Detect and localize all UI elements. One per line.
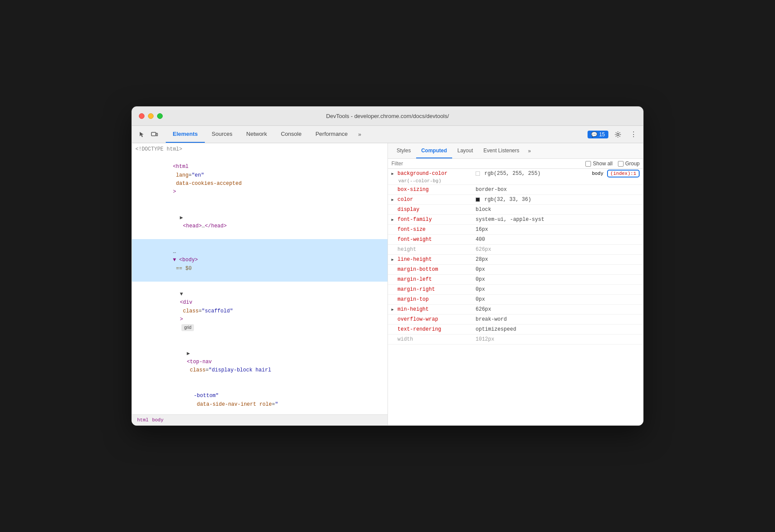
computed-row[interactable]: margin-left 0px — [388, 275, 643, 284]
prop-value: 0px — [476, 286, 640, 292]
prop-name: margin-left — [397, 276, 476, 282]
tab-performance[interactable]: Performance — [309, 126, 355, 143]
prop-name: display — [397, 207, 476, 213]
prop-name: margin-right — [397, 286, 476, 292]
color-swatch — [476, 197, 480, 202]
device-toggle-icon[interactable] — [148, 128, 161, 141]
body-label: body — [585, 171, 603, 176]
tab-event-listeners[interactable]: Event Listeners — [478, 143, 525, 158]
computed-list: ▶ background-color rgb(255, 255, 255) bo… — [388, 169, 643, 425]
issues-icon: 💬 — [591, 131, 598, 138]
group-checkbox[interactable]: Group — [618, 161, 640, 167]
tab-elements[interactable]: Elements — [166, 126, 205, 143]
computed-row[interactable]: ▶ line-height 28px — [388, 255, 643, 264]
computed-row[interactable]: margin-top 0px — [388, 295, 643, 304]
dom-line[interactable]: ▶ <head>…</head> — [132, 205, 388, 239]
computed-property-width: width 1012px — [388, 335, 643, 345]
prop-name: line-height — [397, 256, 476, 263]
prop-arrow: ▶ — [391, 217, 396, 222]
computed-row[interactable]: width 1012px — [388, 335, 643, 344]
computed-property-overflow-wrap: overflow-wrap break-word — [388, 315, 643, 325]
computed-row[interactable]: ▶ color rgb(32, 33, 36) — [388, 195, 643, 204]
styles-panel: Styles Computed Layout Event Listeners » — [388, 143, 643, 425]
prop-arrow: ▶ — [391, 257, 396, 262]
prop-arrow — [391, 277, 396, 282]
more-style-tabs-button[interactable]: » — [525, 143, 535, 158]
dom-line[interactable]: ▶ <top-nav class="display-block hairl — [132, 341, 388, 383]
prop-value: system-ui, -apple-syst — [476, 217, 640, 223]
tab-console[interactable]: Console — [274, 126, 309, 143]
maximize-button[interactable] — [157, 113, 163, 119]
more-tabs-button[interactable]: » — [355, 126, 365, 143]
prop-name: box-sizing — [397, 187, 476, 193]
computed-property-margin-top: margin-top 0px — [388, 295, 643, 305]
prop-name: color — [397, 197, 476, 203]
computed-row[interactable]: font-weight 400 — [388, 235, 643, 244]
prop-value: block — [476, 207, 640, 213]
source-link[interactable]: (index):1 — [607, 170, 640, 177]
prop-value: break-word — [476, 316, 640, 322]
devtools-window: DevTools - developer.chrome.com/docs/dev… — [131, 106, 644, 426]
devtools-toolbar: Elements Sources Network Console Perform… — [132, 126, 643, 143]
computed-row[interactable]: margin-bottom 0px — [388, 265, 643, 274]
computed-row[interactable]: overflow-wrap break-word — [388, 315, 643, 324]
computed-row[interactable]: display block — [388, 205, 643, 214]
computed-property-margin-right: margin-right 0px — [388, 285, 643, 295]
tab-network[interactable]: Network — [240, 126, 274, 143]
prop-name: text-rendering — [397, 326, 476, 332]
styles-tabs: Styles Computed Layout Event Listeners » — [388, 143, 643, 159]
window-title: DevTools - developer.chrome.com/docs/dev… — [326, 113, 449, 119]
filter-input[interactable] — [391, 161, 582, 167]
computed-row[interactable]: text-rendering optimizespeed — [388, 325, 643, 334]
more-options-icon[interactable]: ⋮ — [627, 128, 640, 141]
prop-name: height — [397, 246, 476, 253]
computed-row[interactable]: ▶ background-color rgb(255, 255, 255) bo… — [388, 169, 643, 178]
computed-row[interactable]: box-sizing border-box — [388, 185, 643, 194]
computed-row[interactable]: font-size 16px — [388, 225, 643, 234]
prop-arrow — [391, 297, 396, 302]
breadcrumb-body[interactable]: body — [150, 417, 165, 424]
tab-styles[interactable]: Styles — [391, 143, 416, 158]
prop-name: margin-top — [397, 296, 476, 302]
computed-property-display: display block — [388, 205, 643, 215]
breadcrumb-html[interactable]: html — [135, 417, 150, 424]
issues-badge[interactable]: 💬 15 — [588, 131, 608, 138]
close-button[interactable] — [139, 113, 144, 119]
prop-arrow: ▶ — [391, 171, 396, 176]
issues-count: 15 — [599, 131, 605, 138]
computed-property-text-rendering: text-rendering optimizespeed — [388, 325, 643, 335]
dom-line[interactable]: <html lang="en" data-cookies-accepted > — [132, 154, 388, 205]
prop-name: font-weight — [397, 236, 476, 243]
dom-panel: <!DOCTYPE html> <html lang="en" data-coo… — [132, 143, 388, 425]
toolbar-icons — [135, 128, 161, 141]
computed-property-margin-bottom: margin-bottom 0px — [388, 265, 643, 275]
cursor-icon[interactable] — [135, 128, 148, 141]
computed-row[interactable]: ▶ min-height 626px — [388, 305, 643, 314]
traffic-lights — [139, 113, 163, 119]
prop-name: min-height — [397, 306, 476, 312]
prop-value: 1012px — [476, 336, 640, 342]
minimize-button[interactable] — [148, 113, 154, 119]
prop-arrow — [391, 337, 396, 342]
tab-computed[interactable]: Computed — [416, 143, 452, 158]
prop-name: margin-bottom — [397, 266, 476, 273]
prop-arrow: ▶ — [391, 307, 396, 312]
computed-property-font-family: ▶ font-family system-ui, -apple-syst — [388, 215, 643, 225]
prop-name: background-color — [397, 171, 476, 177]
dom-body-line[interactable]: … ▼ <body> == $0 — [132, 239, 388, 282]
prop-value: 0px — [476, 276, 640, 282]
tab-sources[interactable]: Sources — [205, 126, 240, 143]
show-all-checkbox[interactable]: Show all — [585, 161, 612, 167]
dom-line[interactable]: ▼ <div class="scaffold" > grid — [132, 282, 388, 341]
settings-icon[interactable] — [612, 128, 624, 141]
prop-arrow — [391, 267, 396, 272]
computed-property-font-size: font-size 16px — [388, 225, 643, 235]
tab-layout[interactable]: Layout — [452, 143, 478, 158]
checkbox-box — [618, 161, 624, 167]
computed-row[interactable]: margin-right 0px — [388, 285, 643, 294]
computed-row[interactable]: ▶ font-family system-ui, -apple-syst — [388, 215, 643, 224]
toolbar-right: 💬 15 ⋮ — [588, 128, 640, 141]
computed-row[interactable]: height 626px — [388, 245, 643, 254]
prop-value: border-box — [476, 187, 640, 193]
filter-options: Show all Group — [585, 161, 640, 167]
